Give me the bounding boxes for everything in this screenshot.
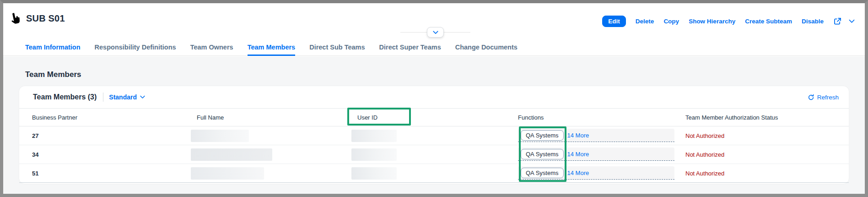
- tab-team-owners[interactable]: Team Owners: [190, 44, 233, 56]
- tab-change-documents[interactable]: Change Documents: [455, 44, 518, 56]
- create-subteam-button[interactable]: Create Subteam: [745, 18, 792, 25]
- column-header-functions: Functions: [518, 109, 544, 127]
- object-page-tabbar: Team Information Responsibility Definiti…: [25, 3, 518, 56]
- share-button[interactable]: [833, 17, 842, 26]
- header-action-bar: Edit Delete Copy Show Hierarchy Create S…: [602, 16, 855, 27]
- authorization-status: Not Authorized: [685, 126, 724, 145]
- more-functions-link[interactable]: 14 More: [567, 151, 589, 158]
- table-row: 34 QA Systems 14 More Not Authorized: [19, 145, 849, 164]
- refresh-label: Refresh: [817, 94, 839, 101]
- more-functions-link[interactable]: 14 More: [567, 132, 589, 139]
- column-header-business-partner: Business Partner: [32, 109, 77, 127]
- redacted-full-name: [191, 130, 249, 142]
- refresh-icon: [808, 94, 814, 101]
- tab-direct-super-teams[interactable]: Direct Super Teams: [379, 44, 441, 56]
- tab-direct-sub-teams[interactable]: Direct Sub Teams: [309, 44, 365, 56]
- edit-button[interactable]: Edit: [602, 16, 626, 27]
- tab-team-members[interactable]: Team Members: [248, 44, 296, 56]
- chevron-down-icon: [849, 19, 855, 23]
- tab-responsibility-definitions[interactable]: Responsibility Definitions: [95, 44, 176, 56]
- column-header-user-id: User ID: [357, 109, 377, 127]
- column-header-authorization-status: Team Member Authorization Status: [685, 109, 778, 127]
- app-window: SUB S01 Edit Delete Copy Show Hierarchy …: [0, 0, 868, 197]
- hand-cursor-icon: [8, 10, 24, 27]
- column-header-full-name: Full Name: [197, 109, 224, 127]
- function-token: QA Systems: [521, 168, 564, 178]
- team-members-table-card: Team Members (3) Standard Refresh: [19, 86, 849, 184]
- share-icon: [833, 17, 842, 26]
- object-page-header: SUB S01 Edit Delete Copy Show Hierarchy …: [3, 3, 865, 56]
- functions-field: QA Systems 14 More: [518, 166, 674, 180]
- copy-button[interactable]: Copy: [663, 18, 679, 25]
- business-partner-value: 51: [32, 164, 38, 183]
- redacted-full-name: [191, 167, 264, 180]
- refresh-button[interactable]: Refresh: [808, 94, 839, 101]
- toolbar-divider: [103, 93, 103, 102]
- toolbar-overflow-button[interactable]: [849, 19, 855, 23]
- table-title: Team Members (3): [33, 93, 97, 101]
- tab-team-information[interactable]: Team Information: [25, 44, 81, 56]
- business-partner-value: 27: [32, 126, 38, 145]
- section-title: Team Members: [25, 70, 81, 79]
- functions-field: QA Systems 14 More: [518, 148, 674, 161]
- authorization-status: Not Authorized: [685, 145, 724, 164]
- view-selector-label: Standard: [109, 93, 137, 101]
- disable-button[interactable]: Disable: [802, 18, 824, 25]
- table-row: 27 QA Systems 14 More Not Authorized: [19, 126, 849, 145]
- business-partner-value: 34: [32, 145, 38, 164]
- redacted-user-id: [351, 148, 397, 161]
- show-hierarchy-button[interactable]: Show Hierarchy: [689, 18, 735, 25]
- more-functions-link[interactable]: 14 More: [567, 170, 589, 176]
- function-token: QA Systems: [521, 149, 564, 159]
- functions-field: QA Systems 14 More: [518, 129, 674, 142]
- authorization-status: Not Authorized: [685, 164, 724, 183]
- chevron-down-icon: [140, 95, 145, 99]
- table-row: 51 QA Systems 14 More Not Authorized: [19, 164, 849, 183]
- table-header-row: Business Partner Full Name User ID Funct…: [19, 108, 849, 126]
- redacted-full-name: [191, 148, 272, 161]
- delete-button[interactable]: Delete: [636, 18, 654, 25]
- function-token: QA Systems: [521, 130, 564, 141]
- redacted-user-id: [351, 167, 397, 180]
- redacted-user-id: [351, 130, 397, 142]
- view-selector[interactable]: Standard: [109, 93, 145, 101]
- table-toolbar: Team Members (3) Standard Refresh: [19, 86, 849, 108]
